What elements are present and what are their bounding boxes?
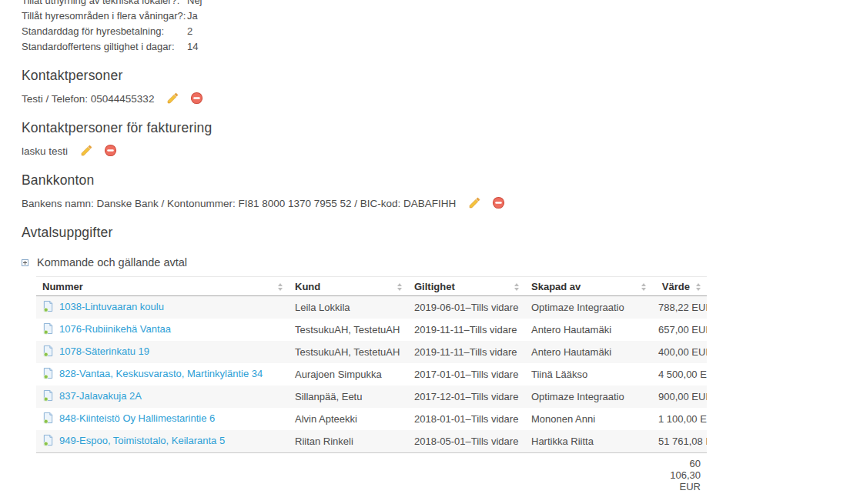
detail-value: Nej	[187, 0, 202, 7]
cell-validity: 2019-06-01–Tills vidare	[408, 296, 525, 319]
detail-value: Ja	[187, 10, 198, 22]
document-icon	[42, 412, 54, 426]
document-icon	[42, 434, 54, 449]
sort-icon	[514, 283, 519, 291]
edit-bank-account-button[interactable]	[468, 196, 481, 212]
contract-link[interactable]: 1076-Rubiinikehä Vantaa	[59, 323, 171, 335]
detail-field: Tillåt hyresområden i flera våningar?: J…	[22, 10, 850, 22]
detail-label: Standarddag för hyresbetalning:	[22, 25, 187, 38]
cell-value: 4 500,00 EUR	[652, 363, 707, 386]
edit-billing-contact-button[interactable]	[80, 144, 93, 159]
cell-value: 400,00 EUR	[652, 341, 707, 363]
cell-customer: Riitan Rinkeli	[289, 430, 408, 453]
contract-link[interactable]: 837-Jalavakuja 2A	[59, 390, 142, 402]
cell-validity: 2017-01-01–Tills vidare	[408, 363, 525, 386]
document-icon	[42, 389, 54, 404]
table-header-row: Nummer Kund Giltighet Skapad av Värde	[36, 277, 707, 296]
billing-contact-entry-row: lasku testi	[22, 145, 850, 158]
col-header-varde[interactable]: Värde	[652, 277, 707, 296]
detail-field: Tillåt uthyrning av tekniska lokaler?: N…	[22, 0, 850, 7]
table-row: 1038-Lintuvaaran koulu Leila Lokkila 201…	[36, 296, 707, 319]
agreements-group-row: Kommande och gällande avtal	[22, 256, 850, 269]
minus-circle-icon	[492, 196, 505, 212]
cell-value: 51 761,08 EUR	[652, 430, 707, 453]
agreements-group-label[interactable]: Kommande och gällande avtal	[37, 256, 187, 269]
bank-account-entry-row: Bankens namn: Danske Bank / Kontonummer:…	[22, 197, 850, 210]
detail-value: 14	[187, 41, 198, 53]
table-row: 949-Espoo, Toimistotalo, Keilaranta 5 Ri…	[36, 430, 707, 453]
cell-created-by: Optimaze Integraatio	[525, 296, 652, 319]
cell-validity: 2018-05-01–Tills vidare	[408, 430, 525, 453]
contracts-table: Nummer Kund Giltighet Skapad av Värde 10…	[36, 276, 707, 497]
col-header-skapad-av[interactable]: Skapad av	[525, 277, 652, 296]
table-row: 848-Kiinteistö Oy Hallimestarintie 6 Alv…	[36, 408, 707, 430]
contract-link[interactable]: 1038-Lintuvaaran koulu	[59, 301, 164, 312]
cell-value: 900,00 EUR	[652, 386, 707, 408]
cell-customer: Sillanpää, Eetu	[289, 386, 408, 408]
pencil-icon	[166, 92, 179, 107]
table-row: 837-Jalavakuja 2A Sillanpää, Eetu 2017-1…	[36, 386, 707, 408]
sort-icon	[278, 283, 283, 291]
sort-icon	[397, 283, 402, 291]
col-header-giltighet[interactable]: Giltighet	[408, 277, 525, 296]
contract-link[interactable]: 828-Vantaa, Keskusvarasto, Martinkylänti…	[59, 368, 263, 379]
expand-plus-icon[interactable]	[22, 259, 28, 266]
total-spacer	[36, 453, 652, 498]
delete-billing-contact-button[interactable]	[104, 144, 117, 159]
cell-created-by: Hartikka Riitta	[525, 430, 652, 453]
billing-contacts-heading: Kontaktpersoner för fakturering	[22, 119, 850, 136]
bank-account-entry-text: Bankens namn: Danske Bank / Kontonummer:…	[22, 198, 456, 209]
document-icon	[42, 345, 54, 359]
cell-customer: Alvin Apteekki	[289, 408, 408, 430]
cell-created-by: Optimaze Integraatio	[525, 386, 652, 408]
document-icon	[42, 367, 54, 382]
table-row: 1078-Säterinkatu 19 TestsukuAH, TestetuA…	[36, 341, 707, 363]
document-icon	[42, 300, 54, 315]
delete-bank-account-button[interactable]	[492, 196, 505, 212]
cell-value: 788,22 EUR	[652, 296, 707, 319]
minus-circle-icon	[190, 92, 203, 107]
minus-circle-icon	[104, 144, 117, 159]
cell-validity: 2019-11-11–Tills vidare	[408, 319, 525, 341]
detail-label: Tillåt uthyrning av tekniska lokaler?:	[22, 0, 187, 7]
col-header-nummer[interactable]: Nummer	[36, 277, 289, 296]
property-details-page: Tillåt uthyrning av tekniska lokaler?: N…	[0, 0, 850, 497]
sort-icon	[696, 283, 701, 291]
col-header-kund[interactable]: Kund	[289, 277, 408, 296]
sort-icon	[641, 283, 646, 291]
document-icon	[42, 322, 54, 337]
cell-customer: TestsukuAH, TestetuAH	[289, 341, 408, 363]
contact-entry-row: Testi / Telefon: 05044455332	[22, 92, 850, 105]
cell-value: 1 100,00 EUR	[652, 408, 707, 430]
detail-field: Standarddag för hyresbetalning: 2	[22, 25, 850, 38]
contract-link[interactable]: 848-Kiinteistö Oy Hallimestarintie 6	[59, 412, 215, 424]
detail-label: Standardoffertens giltighet i dagar:	[22, 41, 187, 53]
cell-customer: TestsukuAH, TestetuAH	[289, 319, 408, 341]
cell-validity: 2018-01-01–Tills vidare	[408, 408, 525, 430]
cell-validity: 2017-12-01–Tills vidare	[408, 386, 525, 408]
bank-accounts-heading: Bankkonton	[22, 172, 850, 189]
table-row: 828-Vantaa, Keskusvarasto, Martinkylänti…	[36, 363, 707, 386]
cell-customer: Leila Lokkila	[289, 296, 408, 319]
delete-contact-button[interactable]	[190, 92, 203, 107]
cell-created-by: Mononen Anni	[525, 408, 652, 430]
billing-contact-entry-text: lasku testi	[22, 145, 68, 157]
total-value: 60 106,30 EUR	[652, 453, 707, 498]
agreements-heading: Avtalsuppgifter	[22, 224, 850, 241]
details-list: Tillåt uthyrning av tekniska lokaler?: N…	[22, 0, 850, 53]
cell-value: 657,00 EUR	[652, 319, 707, 341]
cell-created-by: Antero Hautamäki	[525, 319, 652, 341]
contract-link[interactable]: 949-Espoo, Toimistotalo, Keilaranta 5	[59, 435, 225, 446]
contacts-heading: Kontaktpersoner	[22, 67, 850, 84]
table-row: 1076-Rubiinikehä Vantaa TestsukuAH, Test…	[36, 319, 707, 341]
cell-validity: 2019-11-11–Tills vidare	[408, 341, 525, 363]
detail-label: Tillåt hyresområden i flera våningar?:	[22, 10, 187, 22]
detail-field: Standardoffertens giltighet i dagar: 14	[22, 41, 850, 53]
cell-created-by: Antero Hautamäki	[525, 341, 652, 363]
pencil-icon	[80, 144, 93, 159]
detail-value: 2	[187, 25, 192, 38]
edit-contact-button[interactable]	[166, 92, 179, 107]
table-total-row: 60 106,30 EUR	[36, 453, 707, 498]
contract-link[interactable]: 1078-Säterinkatu 19	[59, 345, 149, 357]
cell-created-by: Tiinä Lääkso	[525, 363, 652, 386]
